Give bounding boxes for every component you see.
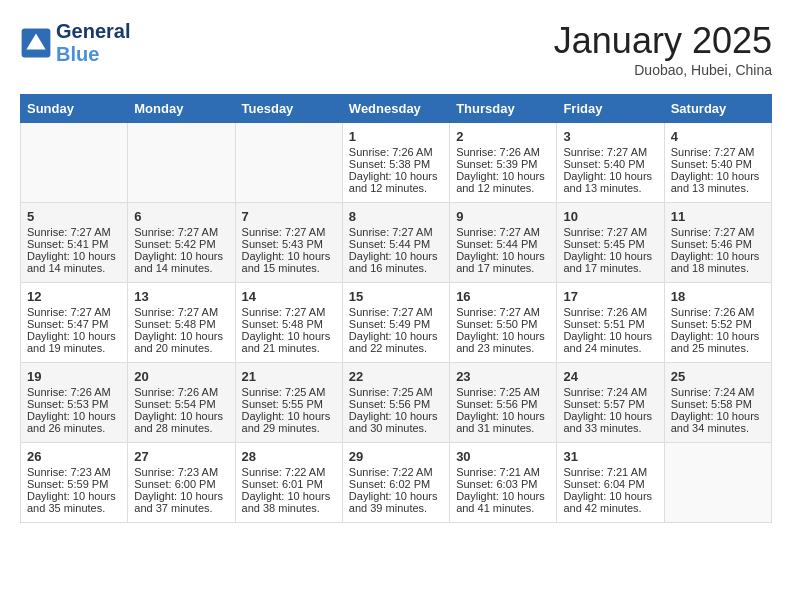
day-info: Daylight: 10 hours <box>563 490 657 502</box>
day-info: and 18 minutes. <box>671 262 765 274</box>
day-info: Daylight: 10 hours <box>671 330 765 342</box>
calendar-day-4: 4Sunrise: 7:27 AMSunset: 5:40 PMDaylight… <box>664 123 771 203</box>
calendar-day-22: 22Sunrise: 7:25 AMSunset: 5:56 PMDayligh… <box>342 363 449 443</box>
day-info: Daylight: 10 hours <box>242 330 336 342</box>
day-info: Sunrise: 7:21 AM <box>456 466 550 478</box>
day-info: Daylight: 10 hours <box>456 490 550 502</box>
calendar-table: SundayMondayTuesdayWednesdayThursdayFrid… <box>20 94 772 523</box>
day-number: 31 <box>563 449 657 464</box>
day-info: Daylight: 10 hours <box>563 250 657 262</box>
calendar-day-14: 14Sunrise: 7:27 AMSunset: 5:48 PMDayligh… <box>235 283 342 363</box>
day-info: Daylight: 10 hours <box>349 330 443 342</box>
day-info: Sunrise: 7:27 AM <box>456 306 550 318</box>
day-info: Sunset: 5:54 PM <box>134 398 228 410</box>
calendar-day-24: 24Sunrise: 7:24 AMSunset: 5:57 PMDayligh… <box>557 363 664 443</box>
day-info: and 17 minutes. <box>456 262 550 274</box>
day-info: Sunset: 5:43 PM <box>242 238 336 250</box>
day-number: 13 <box>134 289 228 304</box>
day-info: Sunset: 5:40 PM <box>671 158 765 170</box>
day-info: Sunset: 5:48 PM <box>134 318 228 330</box>
day-number: 29 <box>349 449 443 464</box>
calendar-day-12: 12Sunrise: 7:27 AMSunset: 5:47 PMDayligh… <box>21 283 128 363</box>
day-info: Sunrise: 7:22 AM <box>242 466 336 478</box>
day-number: 25 <box>671 369 765 384</box>
day-number: 19 <box>27 369 121 384</box>
calendar-day-20: 20Sunrise: 7:26 AMSunset: 5:54 PMDayligh… <box>128 363 235 443</box>
day-info: Sunrise: 7:27 AM <box>563 146 657 158</box>
day-info: Daylight: 10 hours <box>349 490 443 502</box>
day-info: Daylight: 10 hours <box>134 250 228 262</box>
day-info: Sunrise: 7:27 AM <box>242 226 336 238</box>
day-info: Daylight: 10 hours <box>456 410 550 422</box>
day-info: Sunset: 6:00 PM <box>134 478 228 490</box>
calendar-day-21: 21Sunrise: 7:25 AMSunset: 5:55 PMDayligh… <box>235 363 342 443</box>
day-info: Sunrise: 7:27 AM <box>27 226 121 238</box>
day-info: and 30 minutes. <box>349 422 443 434</box>
day-info: Daylight: 10 hours <box>456 170 550 182</box>
day-number: 26 <box>27 449 121 464</box>
day-info: and 29 minutes. <box>242 422 336 434</box>
day-info: and 13 minutes. <box>563 182 657 194</box>
day-info: Sunrise: 7:25 AM <box>349 386 443 398</box>
day-info: and 25 minutes. <box>671 342 765 354</box>
day-info: Sunset: 5:49 PM <box>349 318 443 330</box>
day-number: 20 <box>134 369 228 384</box>
header-day-tuesday: Tuesday <box>235 95 342 123</box>
day-info: Sunrise: 7:22 AM <box>349 466 443 478</box>
day-info: and 12 minutes. <box>456 182 550 194</box>
day-number: 4 <box>671 129 765 144</box>
day-info: Sunset: 5:58 PM <box>671 398 765 410</box>
day-info: Sunset: 5:56 PM <box>456 398 550 410</box>
calendar-day-10: 10Sunrise: 7:27 AMSunset: 5:45 PMDayligh… <box>557 203 664 283</box>
day-info: Daylight: 10 hours <box>349 170 443 182</box>
day-info: and 20 minutes. <box>134 342 228 354</box>
day-number: 24 <box>563 369 657 384</box>
day-info: and 22 minutes. <box>349 342 443 354</box>
day-info: Sunrise: 7:27 AM <box>671 226 765 238</box>
day-number: 27 <box>134 449 228 464</box>
day-number: 22 <box>349 369 443 384</box>
header-day-monday: Monday <box>128 95 235 123</box>
day-info: Sunrise: 7:26 AM <box>563 306 657 318</box>
calendar-day-25: 25Sunrise: 7:24 AMSunset: 5:58 PMDayligh… <box>664 363 771 443</box>
calendar-day-5: 5Sunrise: 7:27 AMSunset: 5:41 PMDaylight… <box>21 203 128 283</box>
day-number: 3 <box>563 129 657 144</box>
day-info: Sunset: 5:41 PM <box>27 238 121 250</box>
calendar-header-row: SundayMondayTuesdayWednesdayThursdayFrid… <box>21 95 772 123</box>
day-info: Sunset: 5:47 PM <box>27 318 121 330</box>
calendar-day-29: 29Sunrise: 7:22 AMSunset: 6:02 PMDayligh… <box>342 443 449 523</box>
day-number: 17 <box>563 289 657 304</box>
calendar-day-17: 17Sunrise: 7:26 AMSunset: 5:51 PMDayligh… <box>557 283 664 363</box>
day-info: Daylight: 10 hours <box>671 250 765 262</box>
day-info: Sunset: 5:52 PM <box>671 318 765 330</box>
day-info: Sunset: 5:40 PM <box>563 158 657 170</box>
calendar-day-1: 1Sunrise: 7:26 AMSunset: 5:38 PMDaylight… <box>342 123 449 203</box>
calendar-empty-cell <box>128 123 235 203</box>
calendar-week-3: 12Sunrise: 7:27 AMSunset: 5:47 PMDayligh… <box>21 283 772 363</box>
calendar-empty-cell <box>21 123 128 203</box>
header-day-wednesday: Wednesday <box>342 95 449 123</box>
day-info: Sunset: 5:45 PM <box>563 238 657 250</box>
day-number: 16 <box>456 289 550 304</box>
calendar-day-31: 31Sunrise: 7:21 AMSunset: 6:04 PMDayligh… <box>557 443 664 523</box>
calendar-day-6: 6Sunrise: 7:27 AMSunset: 5:42 PMDaylight… <box>128 203 235 283</box>
day-info: and 38 minutes. <box>242 502 336 514</box>
day-info: Sunset: 5:51 PM <box>563 318 657 330</box>
day-info: Sunset: 5:44 PM <box>349 238 443 250</box>
day-info: and 14 minutes. <box>134 262 228 274</box>
day-info: Sunrise: 7:27 AM <box>134 306 228 318</box>
day-number: 2 <box>456 129 550 144</box>
day-info: and 28 minutes. <box>134 422 228 434</box>
day-info: Sunset: 5:53 PM <box>27 398 121 410</box>
day-info: Sunrise: 7:27 AM <box>563 226 657 238</box>
day-info: Sunrise: 7:27 AM <box>242 306 336 318</box>
calendar-week-4: 19Sunrise: 7:26 AMSunset: 5:53 PMDayligh… <box>21 363 772 443</box>
calendar-day-28: 28Sunrise: 7:22 AMSunset: 6:01 PMDayligh… <box>235 443 342 523</box>
day-info: Sunrise: 7:27 AM <box>456 226 550 238</box>
calendar-day-2: 2Sunrise: 7:26 AMSunset: 5:39 PMDaylight… <box>450 123 557 203</box>
day-info: and 16 minutes. <box>349 262 443 274</box>
day-info: Sunset: 5:56 PM <box>349 398 443 410</box>
day-info: Daylight: 10 hours <box>27 410 121 422</box>
calendar-day-7: 7Sunrise: 7:27 AMSunset: 5:43 PMDaylight… <box>235 203 342 283</box>
day-info: Sunrise: 7:27 AM <box>671 146 765 158</box>
